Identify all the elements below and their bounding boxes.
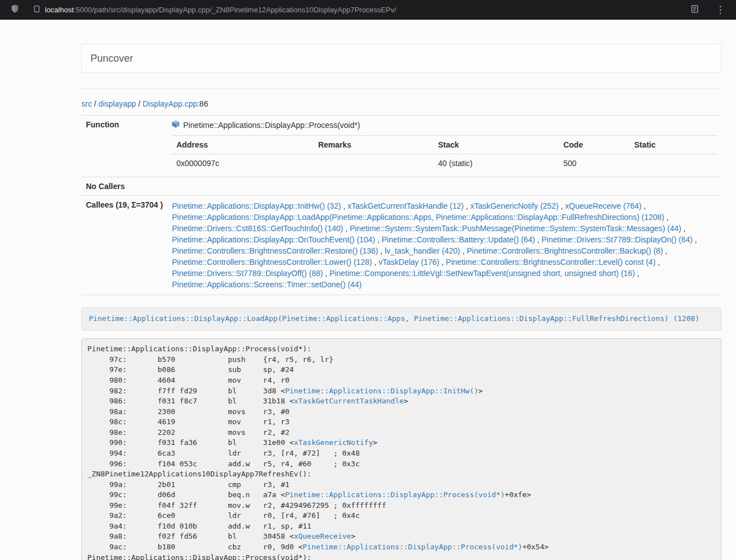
callee-link[interactable]: xTaskGetCurrentTaskHandle (12) bbox=[348, 201, 464, 210]
detail-header-row: Address Remarks Stack Code Static bbox=[172, 136, 717, 154]
breadcrumb-link[interactable]: displayapp bbox=[98, 99, 136, 108]
no-callers-label: No Callers bbox=[81, 177, 167, 196]
function-label: Function bbox=[81, 116, 167, 177]
reader-mode-icon bbox=[691, 4, 699, 15]
shield-extension-button[interactable] bbox=[7, 2, 22, 17]
browser-chrome: localhost:5000/path/src/displayapp/Displ… bbox=[0, 0, 736, 20]
remarks-value bbox=[314, 154, 434, 173]
symbol-context-link[interactable]: Pinetime::Applications::DisplayApp::Load… bbox=[89, 314, 700, 323]
callees-cell: Pinetime::Applications::DisplayApp::Init… bbox=[167, 196, 721, 295]
callee-link[interactable]: Pinetime::Applications::Screens::Timer::… bbox=[172, 280, 362, 289]
code-symbol-link[interactable]: xTaskGetCurrentTaskHandle bbox=[294, 397, 404, 405]
function-detail-table: Address Remarks Stack Code Static 0x0000… bbox=[172, 135, 717, 172]
remarks-header: Remarks bbox=[314, 136, 434, 154]
code-symbol-link[interactable]: xQueueReceive bbox=[294, 532, 351, 540]
callee-link[interactable]: Pinetime::Drivers::Cst816S::GetTouchInfo… bbox=[172, 224, 343, 233]
reader-mode-button[interactable] bbox=[688, 3, 701, 16]
callee-link[interactable]: vTaskDelay (176) bbox=[378, 258, 439, 267]
shield-icon bbox=[10, 3, 20, 16]
code-symbol-link[interactable]: Pinetime::Applications::DisplayApp::Init… bbox=[285, 387, 478, 395]
callee-link[interactable]: xTaskGenericNotify (252) bbox=[470, 201, 559, 210]
callee-link[interactable]: Pinetime::Controllers::BrightnessControl… bbox=[172, 258, 372, 267]
stack-value: 40 (static) bbox=[433, 154, 559, 173]
callee-link[interactable]: lv_task_handler (420) bbox=[385, 246, 460, 255]
breadcrumb-link[interactable]: DisplayApp.cpp bbox=[143, 99, 197, 108]
code-symbol-link[interactable]: xTaskGenericNotify bbox=[294, 438, 373, 447]
callee-link[interactable]: xQueueReceive (764) bbox=[565, 201, 642, 210]
divider bbox=[81, 89, 721, 89]
code-symbol-link[interactable]: Pinetime::Applications::DisplayApp::Proc… bbox=[285, 490, 505, 499]
callees-label: Callees (19, Σ=3704 ) bbox=[81, 196, 167, 295]
page-icon bbox=[33, 5, 40, 15]
callee-link[interactable]: Pinetime::Drivers::St7789::DisplayOff() … bbox=[172, 269, 323, 278]
callee-link[interactable]: Pinetime::System::SystemTask::PushMessag… bbox=[350, 224, 682, 233]
callee-link[interactable]: Pinetime::Controllers::BrightnessControl… bbox=[446, 258, 655, 267]
code-header: Code bbox=[559, 136, 629, 154]
breadcrumb: src / displayapp / DisplayApp.cpp:86 bbox=[81, 99, 721, 108]
static-value bbox=[630, 154, 717, 173]
callee-link[interactable]: Pinetime::Drivers::St7789::DisplayOn() (… bbox=[542, 235, 693, 244]
static-header: Static bbox=[630, 136, 717, 154]
navbar: Puncover bbox=[81, 44, 721, 73]
detail-value-row: 0x0000097c 40 (static) 500 bbox=[172, 154, 717, 173]
page-info-button[interactable] bbox=[30, 3, 43, 16]
function-row: Function Pinetime::Applications::Display… bbox=[81, 116, 721, 177]
callee-link[interactable]: Pinetime::Controllers::BrightnessControl… bbox=[467, 246, 662, 255]
callee-link[interactable]: Pinetime::Controllers::Battery::Update()… bbox=[382, 235, 535, 244]
breadcrumb-link[interactable]: src bbox=[81, 99, 92, 108]
callee-link[interactable]: Pinetime::Controllers::BrightnessControl… bbox=[172, 246, 378, 255]
address-value: 0x0000097c bbox=[172, 154, 313, 173]
function-name: Pinetime::Applications::DisplayApp::Proc… bbox=[183, 121, 360, 130]
callees-row: Callees (19, Σ=3704 ) Pinetime::Applicat… bbox=[81, 196, 721, 295]
browser-menu-button[interactable]: ⋮ bbox=[714, 3, 727, 16]
symbol-context-well: Pinetime::Applications::DisplayApp::Load… bbox=[81, 307, 721, 331]
code-symbol-link[interactable]: Pinetime::Applications::DisplayApp::Proc… bbox=[303, 543, 522, 551]
brand-link[interactable]: Puncover bbox=[82, 53, 141, 65]
function-type-icon bbox=[172, 120, 180, 130]
callee-link[interactable]: Pinetime::Applications::DisplayApp::Init… bbox=[172, 201, 341, 210]
function-table: Function Pinetime::Applications::Display… bbox=[81, 115, 721, 295]
no-callers-row: No Callers bbox=[81, 177, 721, 196]
code-value: 500 bbox=[559, 154, 629, 173]
callee-link[interactable]: Pinetime::Applications::DisplayApp::Load… bbox=[172, 213, 664, 222]
url-path: :5000/path/src/displayapp/DisplayApp.cpp… bbox=[74, 6, 396, 14]
address-header: Address bbox=[172, 136, 313, 154]
url-text: localhost:5000/path/src/displayapp/Displ… bbox=[45, 6, 396, 14]
callee-link[interactable]: Pinetime::Components::LittleVgl::SetNewT… bbox=[330, 269, 635, 278]
callee-link[interactable]: Pinetime::Applications::DisplayApp::OnTo… bbox=[172, 235, 375, 244]
address-bar[interactable]: localhost:5000/path/src/displayapp/Displ… bbox=[30, 3, 688, 16]
url-host: localhost bbox=[45, 6, 74, 14]
page-container: Puncover src / displayapp / DisplayApp.c… bbox=[81, 44, 721, 560]
disassembly-pre: Pinetime::Applications::DisplayApp::Proc… bbox=[81, 338, 721, 560]
stack-header: Stack bbox=[433, 136, 559, 154]
kebab-menu-icon: ⋮ bbox=[716, 5, 725, 15]
